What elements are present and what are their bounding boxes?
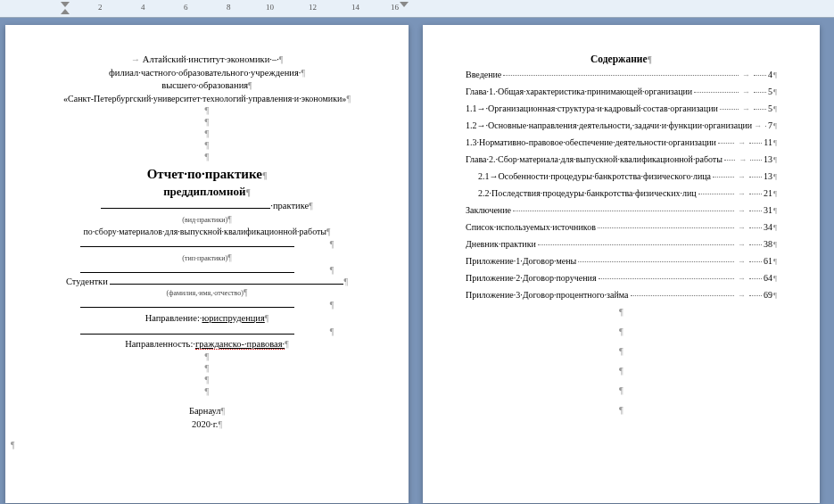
toc-entry[interactable]: Глава·1.·Общая·характеристика·принимающе… bbox=[466, 87, 777, 96]
toc-entry[interactable]: Дневник·практики→38 bbox=[466, 239, 777, 249]
purpose-line: по·сбору·материалов·для·выпускной·квалиф… bbox=[48, 226, 366, 238]
page-2-toc[interactable]: Содержание Введение→4Глава·1.·Общая·хара… bbox=[423, 25, 820, 503]
toc-entry[interactable]: 2.2·Последствия·процедуры·банкротства·фи… bbox=[466, 188, 777, 198]
tab-arrow-icon: → bbox=[738, 206, 746, 215]
student-label: Студентки bbox=[66, 277, 108, 286]
direction-row: Направление:·юриспруденция bbox=[48, 312, 366, 326]
ruler-number: 12 bbox=[309, 3, 317, 12]
margin-pilcrow: ¶ bbox=[11, 440, 15, 450]
toc-entry[interactable]: Заключение→31 bbox=[466, 205, 777, 215]
blank-paragraph bbox=[466, 366, 777, 385]
caption-type: (тип·практики) bbox=[48, 252, 366, 264]
report-title: Отчет·по·практике bbox=[48, 165, 366, 184]
blank-paragraph bbox=[466, 405, 777, 425]
blank-paragraph bbox=[48, 351, 366, 363]
direction-value: юриспруденция bbox=[202, 313, 264, 323]
blank-paragraph bbox=[48, 140, 366, 152]
institute-line-2: филиал·частного·образовательного·учрежде… bbox=[48, 67, 366, 80]
blank-paragraph bbox=[466, 385, 777, 405]
right-indent-marker[interactable] bbox=[400, 2, 409, 7]
report-subtitle: преддипломной bbox=[48, 184, 366, 200]
tab-arrow-icon: → bbox=[742, 70, 750, 79]
toc-entry-text: Список·используемых·источников bbox=[466, 222, 596, 232]
profile-value: гражданско-·правовая· bbox=[195, 339, 285, 350]
ruler-number: 6 bbox=[184, 3, 188, 12]
direction-label: Направление:· bbox=[145, 313, 202, 323]
tab-arrow-icon: → bbox=[738, 172, 746, 181]
toc-entry[interactable]: Введение→4 bbox=[466, 70, 777, 79]
toc-entry[interactable]: 1.3·Нормативно-правовое·обеспечение·деят… bbox=[466, 137, 777, 147]
toc-entry[interactable]: Глава·2.·Сбор·материала·для·выпускной·кв… bbox=[466, 154, 777, 164]
toc-entry-text: Приложение·3·Договор·процентного·займа bbox=[466, 290, 629, 300]
blank-paragraph bbox=[48, 117, 366, 128]
page-1-title[interactable]: Алтайский·институт·экономики·–· филиал·ч… bbox=[5, 25, 409, 503]
tab-arrow-icon: → bbox=[738, 257, 746, 266]
toc-entry-page: 61 bbox=[764, 256, 772, 266]
toc-entry[interactable]: 1.1→·Организационная·структура·и·кадровы… bbox=[466, 103, 777, 113]
blank-paragraph bbox=[466, 326, 777, 346]
toc-entry[interactable]: 1.2→·Основные·направления·деятельности,·… bbox=[466, 120, 777, 130]
toc-entry-text: Приложение·1·Договор·мены bbox=[466, 256, 576, 266]
toc-list: Введение→4Глава·1.·Общая·характеристика·… bbox=[466, 70, 777, 300]
toc-entry-page: 5 bbox=[768, 87, 772, 96]
year-line: 2020·г. bbox=[48, 418, 366, 432]
toc-entry-page: 7 bbox=[768, 120, 772, 130]
tab-arrow-icon: → bbox=[738, 274, 746, 283]
practice-kind-row: ·практике bbox=[48, 200, 366, 213]
blank-paragraph bbox=[48, 363, 366, 375]
toc-entry-page: 64 bbox=[764, 273, 772, 283]
blank-paragraph bbox=[48, 105, 366, 117]
tab-arrow-icon: → bbox=[738, 240, 746, 249]
blank-paragraph bbox=[48, 128, 366, 140]
toc-entry[interactable]: Список·используемых·источников→34 bbox=[466, 222, 777, 232]
horizontal-ruler[interactable]: 2 4 6 8 10 12 14 16 bbox=[0, 0, 834, 18]
toc-entry-page: 5 bbox=[768, 103, 772, 113]
hanging-indent-marker[interactable] bbox=[61, 9, 70, 14]
toc-entry-text: 2.2·Последствия·процедуры·банкротства·фи… bbox=[478, 188, 697, 198]
document-workspace: Алтайский·институт·экономики·–· филиал·ч… bbox=[0, 18, 834, 504]
toc-entry-text: Глава·2.·Сбор·материала·для·выпускной·кв… bbox=[466, 154, 723, 164]
toc-entry[interactable]: Приложение·2·Договор·поручения→64 bbox=[466, 273, 777, 283]
tab-arrow-icon: → bbox=[742, 87, 750, 96]
tab-arrow-icon: → bbox=[742, 104, 750, 113]
underline-row bbox=[48, 264, 366, 277]
toc-entry-page: 4 bbox=[768, 70, 772, 79]
toc-entry-page: 21 bbox=[764, 188, 772, 198]
toc-entry[interactable]: 2.1→Особенности·процедуры·банкротства·фи… bbox=[466, 171, 777, 181]
profile-row: Направленность:·гражданско-·правовая· bbox=[48, 338, 366, 351]
tab-arrow-icon: → bbox=[738, 138, 746, 147]
toc-entry-text: 1.1→·Организационная·структура·и·кадровы… bbox=[466, 103, 718, 113]
toc-entry-text: 1.3·Нормативно-правовое·обеспечение·деят… bbox=[466, 137, 716, 147]
toc-entry-text: Приложение·2·Договор·поручения bbox=[466, 273, 597, 283]
blank-paragraph bbox=[466, 346, 777, 366]
profile-label: Направленность:· bbox=[125, 339, 195, 349]
tab-arrow-icon: → bbox=[739, 155, 747, 164]
tab-arrow-icon: → bbox=[738, 291, 746, 300]
toc-entry-page: 38 bbox=[764, 239, 772, 249]
toc-entry-page: 31 bbox=[764, 205, 772, 215]
blank-paragraph bbox=[48, 375, 366, 386]
ruler-number: 10 bbox=[266, 3, 274, 12]
first-line-indent-marker[interactable] bbox=[61, 2, 70, 7]
toc-entry[interactable]: Приложение·3·Договор·процентного·займа→6… bbox=[466, 290, 777, 300]
tab-arrow-icon: → bbox=[738, 189, 746, 198]
toc-entry-text: Заключение bbox=[466, 205, 511, 215]
tab-arrow-icon: → bbox=[754, 121, 762, 130]
city-line: Барнаул bbox=[48, 405, 366, 418]
institute-line-4: «Санкт-Петербургский·университет·техноло… bbox=[48, 93, 366, 105]
toc-entry-page: 69 bbox=[764, 290, 772, 300]
caption-name: (фамилия,·имя,·отчество) bbox=[48, 286, 366, 299]
student-row: Студентки bbox=[66, 277, 348, 286]
toc-entry[interactable]: Приложение·1·Договор·мены→61 bbox=[466, 256, 777, 266]
toc-entry-page: 34 bbox=[764, 222, 772, 232]
underline-row bbox=[48, 326, 366, 339]
toc-entry-page: 11 bbox=[764, 137, 772, 147]
underline-row bbox=[48, 238, 366, 252]
blank-paragraph bbox=[48, 152, 366, 163]
ruler-number: 16 bbox=[391, 3, 399, 12]
caption-kind: (вид·практики) bbox=[48, 213, 366, 226]
toc-entry-text: 1.2→·Основные·направления·деятельности,·… bbox=[466, 120, 752, 130]
toc-entry-text: Глава·1.·Общая·характеристика·принимающе… bbox=[466, 87, 692, 96]
toc-heading: Содержание bbox=[466, 54, 777, 64]
institute-line-1: Алтайский·институт·экономики·–· bbox=[48, 54, 366, 67]
